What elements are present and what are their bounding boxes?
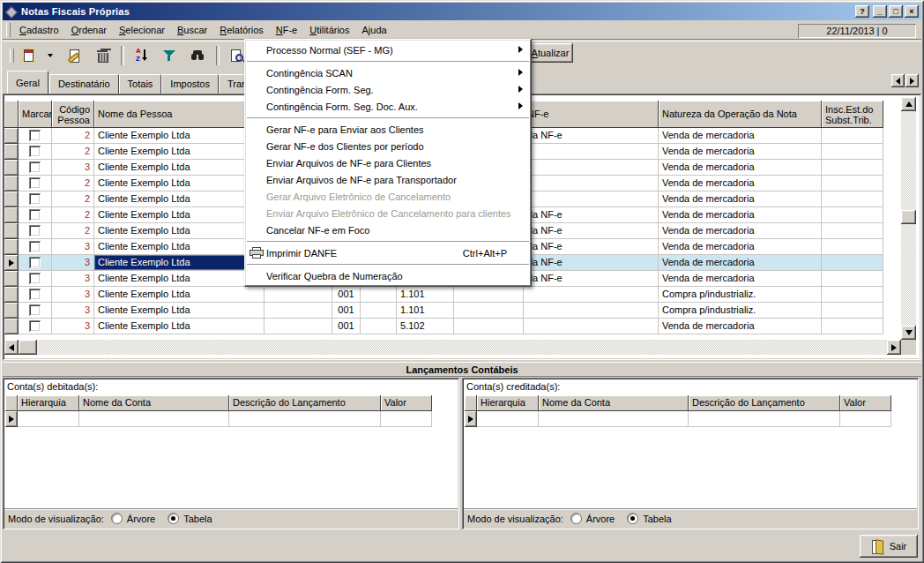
row-indicator (4, 223, 19, 239)
menu-item-enviar-arquivos-de-nf-e-para-transportador[interactable]: Enviar Arquivos de NF-e para Transportad… (246, 171, 530, 188)
menubar-item-nf-e[interactable]: NF-e (270, 22, 303, 38)
column-header-hierarquia[interactable]: Hierarquia (477, 395, 539, 411)
cell-blank (229, 411, 381, 427)
menu-item-cancelar-nf-e-em-foco[interactable]: Cancelar NF-e em Foco (246, 221, 530, 238)
row-checkbox[interactable] (29, 130, 41, 141)
cell-nome: Cliente Exemplo Ltda (94, 271, 265, 287)
menubar-item-cadastro[interactable]: Cadastro (13, 22, 65, 38)
column-header-marcar[interactable]: Marcar (19, 101, 52, 128)
menu-item-conting-ncia-scan[interactable]: Contingência SCAN (246, 64, 530, 81)
radio-tabela[interactable] (627, 513, 638, 524)
search-button[interactable] (186, 45, 209, 67)
menubar-item-ordenar[interactable]: Ordenar (65, 22, 113, 38)
menu-item-gerar-nf-e-para-enviar-aos-clientes[interactable]: Gerar NF-e para Enviar aos Clientes (246, 121, 530, 138)
column-header-codigo[interactable]: Código Pessoa (52, 101, 94, 128)
column-header-nome-da-conta[interactable]: Nome da Conta (79, 395, 229, 411)
radio-tabela[interactable] (168, 513, 179, 524)
row-checkbox[interactable] (29, 304, 41, 316)
menu-item-enviar-arquivos-de-nf-e-para-clientes[interactable]: Enviar Arquivos de NF-e para Clientes (246, 154, 530, 171)
row-checkbox[interactable] (29, 177, 41, 189)
edit-record-button[interactable] (63, 45, 86, 67)
row-checkbox[interactable] (29, 289, 41, 300)
new-record-dropdown-button[interactable] (45, 45, 56, 67)
menubar-item-relat-rios[interactable]: Relatórios (213, 22, 270, 38)
column-header-descri-o-do-lan-amento[interactable]: Descrição do Lançamento (689, 395, 840, 411)
menubar-item-ajuda[interactable]: Ajuda (355, 22, 392, 38)
table-row[interactable]: 3Cliente Exemplo Ltda0015.102Venda de me… (4, 319, 883, 334)
row-checkbox[interactable] (29, 225, 41, 236)
scroll-right-button[interactable] (887, 340, 901, 355)
close-button[interactable]: × (905, 5, 919, 18)
radio-option-rvore[interactable]: Árvore (570, 513, 615, 524)
sort-az-icon (133, 48, 149, 64)
vertical-scrollbar-thumb[interactable] (901, 210, 916, 224)
menu-item-processo-normal-sef-mg[interactable]: Processo Normal (SEF - MG) (246, 41, 530, 58)
table-row[interactable]: 3Cliente Exemplo Ltda0011.101Compra p/in… (4, 287, 883, 303)
row-indicator (4, 191, 19, 207)
radio-option-tabela[interactable]: Tabela (168, 513, 212, 524)
column-header-status[interactable]: NF-e (524, 101, 659, 128)
row-checkbox[interactable] (29, 146, 41, 157)
menu-item-imprimir-danfe[interactable]: Imprimir DANFECtrl+Alt+P (246, 244, 530, 261)
scroll-up-button[interactable] (901, 97, 916, 111)
column-header-valor[interactable]: Valor (840, 395, 891, 411)
column-header-valor[interactable]: Valor (381, 395, 432, 411)
tab-scroll-left-button[interactable] (891, 74, 905, 87)
menu-item-conting-ncia-form-seg[interactable]: Contingência Form. Seg. (246, 81, 530, 98)
menubar-item-buscar[interactable]: Buscar (171, 22, 213, 38)
radio-rvore[interactable] (570, 513, 582, 524)
horizontal-scrollbar[interactable] (4, 340, 901, 355)
column-header-descri-o-do-lan-amento[interactable]: Descrição do Lançamento (229, 395, 381, 411)
table-row[interactable] (465, 411, 891, 427)
row-checkbox[interactable] (29, 241, 41, 252)
sair-button[interactable]: Sair (860, 535, 918, 558)
column-header-nome[interactable]: Nome da Pessoa (94, 101, 265, 128)
tab-geral[interactable]: Geral (7, 71, 48, 94)
column-header-hierarquia[interactable]: Hierarquia (18, 395, 79, 411)
cell-codigo: 2 (52, 144, 94, 160)
help-button[interactable]: ? (855, 5, 869, 18)
cell-cfop: 1.101 (397, 287, 454, 303)
title-bar: Notas Fiscais Próprias ? _ □ × (3, 3, 921, 20)
scroll-left-button[interactable] (4, 340, 19, 355)
toolbar-grip[interactable] (10, 49, 14, 63)
table-row[interactable]: 3Cliente Exemplo Ltda0011.101Compra p/in… (4, 303, 883, 319)
row-checkbox[interactable] (29, 273, 41, 284)
maximize-button[interactable]: □ (889, 5, 903, 18)
column-header-nome-da-conta[interactable]: Nome da Conta (539, 395, 689, 411)
table-row[interactable] (5, 411, 432, 427)
delete-button[interactable] (91, 45, 114, 67)
minimize-button[interactable]: _ (873, 5, 887, 18)
sort-button[interactable] (130, 45, 153, 67)
row-checkbox[interactable] (29, 161, 41, 173)
row-checkbox[interactable] (29, 209, 41, 221)
tab-totais[interactable]: Totais (119, 74, 162, 94)
filter-button[interactable] (158, 45, 181, 67)
tab-scroll-right-button[interactable] (905, 74, 919, 87)
column-header-inscest[interactable]: Insc.Est.do Subst.Trib. (822, 101, 883, 128)
menubar-item-utilit-rios[interactable]: Utilitários (303, 22, 355, 38)
menu-item-verificar-quebra-de-numera-o[interactable]: Verificar Quebra de Numeração (246, 267, 530, 284)
row-checkbox[interactable] (29, 257, 41, 268)
menu-item-conting-ncia-form-seg-doc-aux[interactable]: Contingência Form. Seg. Doc. Aux. (246, 98, 530, 115)
atualizar-button[interactable]: Atualizar (527, 43, 573, 63)
debit-accounts-label: Conta(s) debitada(s): (7, 381, 98, 392)
column-header-natureza[interactable]: Natureza da Operação da Nota (659, 101, 822, 128)
row-checkbox[interactable] (29, 320, 41, 332)
vertical-scrollbar[interactable] (901, 97, 916, 340)
scroll-down-button[interactable] (901, 326, 916, 340)
grid-header: HierarquiaNome da ContaDescrição do Lanç… (465, 395, 891, 411)
tab-destinat-rio[interactable]: Destinatário (49, 74, 119, 94)
row-checkbox[interactable] (29, 193, 41, 205)
view-mode-bar: Modo de visualização:ÁrvoreTabela (464, 508, 917, 528)
menubar-item-selecionar[interactable]: Selecionar (113, 22, 171, 38)
horizontal-scrollbar-thumb[interactable] (19, 340, 37, 355)
cell-natureza: Venda de mercadoria (659, 176, 822, 191)
new-record-button[interactable] (17, 45, 40, 67)
radio-option-rvore[interactable]: Árvore (111, 513, 155, 524)
radio-rvore[interactable] (111, 513, 123, 524)
radio-option-tabela[interactable]: Tabela (627, 513, 671, 524)
tab-impostos[interactable]: Impostos (161, 74, 219, 94)
menu-item-gerar-nf-e-dos-clientes-por-per-odo[interactable]: Gerar NF-e dos Clientes por período (246, 138, 530, 154)
toolbar-grip[interactable] (6, 23, 11, 37)
